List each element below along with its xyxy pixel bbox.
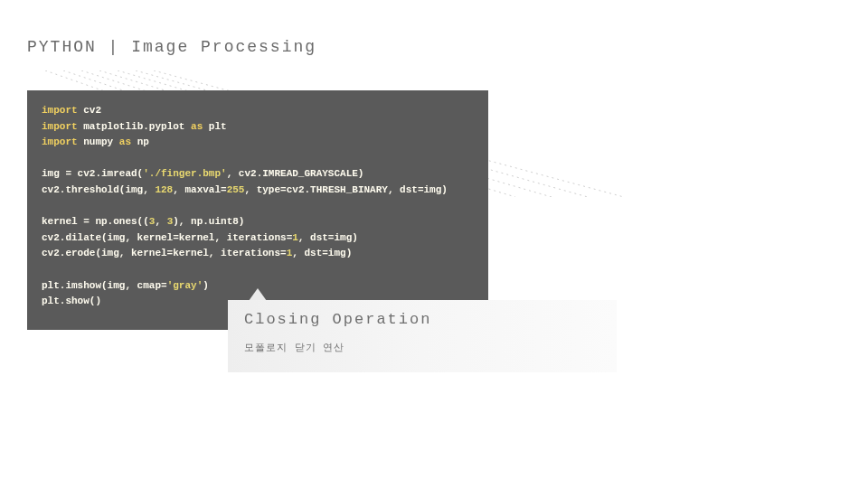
- code-line: kernel = np.ones((3, 3), np.uint8): [42, 214, 474, 230]
- code-token: 'gray': [167, 280, 203, 291]
- code-token: , cv2.IMREAD_GRAYSCALE): [227, 168, 364, 179]
- code-token: np: [137, 136, 149, 147]
- code-line: import cv2: [42, 103, 474, 119]
- page-title: PYTHON | Image Processing: [27, 38, 316, 56]
- code-token: , dst=img): [292, 248, 352, 258]
- code-token: [42, 153, 48, 164]
- code-token: import: [42, 121, 78, 132]
- code-token: as: [119, 136, 131, 147]
- code-token: ): [203, 280, 209, 291]
- slide: PYTHON | Image Processing import cv2impo…: [0, 0, 868, 488]
- code-line: import numpy as np: [42, 135, 474, 151]
- code-line: cv2.threshold(img, 128, maxval=255, type…: [42, 183, 474, 199]
- code-line: [42, 199, 474, 215]
- code-token: plt: [209, 121, 227, 132]
- code-token: ,: [155, 216, 166, 227]
- code-token: cv2.dilate(img, kernel=kernel, iteration…: [42, 232, 292, 243]
- code-token: cv2.erode(img, kernel=kernel, iterations…: [42, 248, 287, 258]
- code-line: cv2.dilate(img, kernel=kernel, iteration…: [42, 230, 474, 247]
- code-token: as: [191, 121, 203, 132]
- code-token: [42, 264, 48, 275]
- code-token: 1: [292, 232, 298, 243]
- code-token: , type=cv2.THRESH_BINARY, dst=img): [244, 184, 447, 195]
- code-line: import matplotlib.pyplot as plt: [42, 119, 474, 136]
- code-token: , maxval=: [173, 184, 226, 195]
- code-token: matplotlib.pyplot: [83, 121, 184, 132]
- code-token: numpy: [83, 136, 113, 147]
- code-token: plt.imshow(img, cmap=: [42, 280, 167, 291]
- code-token: 255: [227, 184, 245, 195]
- code-token: , dst=img): [298, 232, 358, 243]
- code-token: [113, 136, 119, 147]
- callout-subtitle: 모폴로지 닫기 연산: [244, 341, 600, 354]
- code-token: [42, 201, 48, 211]
- code-token: img = cv2.imread(: [42, 168, 143, 179]
- code-line: cv2.erode(img, kernel=kernel, iterations…: [42, 246, 474, 262]
- code-token: import: [42, 105, 78, 116]
- code-token: plt.show(): [42, 296, 101, 306]
- callout-title: Closing Operation: [244, 311, 600, 328]
- code-token: [131, 136, 137, 147]
- callout-box: Closing Operation 모폴로지 닫기 연산: [228, 300, 617, 372]
- code-token: ), np.uint8): [173, 216, 244, 227]
- code-line: [42, 151, 474, 167]
- callout-pointer-icon: [249, 288, 267, 301]
- code-token: [203, 121, 209, 132]
- code-token: import: [42, 136, 78, 147]
- code-token: cv2: [83, 105, 101, 116]
- code-token: kernel = np.ones((: [42, 216, 149, 227]
- code-token: cv2.threshold(img,: [42, 184, 155, 195]
- code-line: [42, 262, 474, 278]
- code-token: './finger.bmp': [143, 168, 226, 179]
- code-line: img = cv2.imread('./finger.bmp', cv2.IMR…: [42, 166, 474, 183]
- code-token: 128: [155, 184, 173, 195]
